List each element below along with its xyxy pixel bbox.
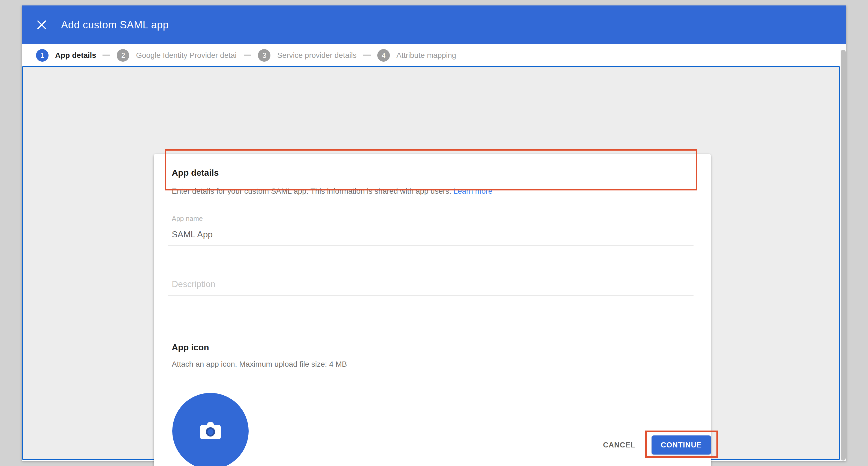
step-connector <box>244 55 252 56</box>
dialog-title: Add custom SAML app <box>61 19 169 31</box>
step-label: Attribute mapping <box>396 51 456 59</box>
step-number-badge: 2 <box>117 49 129 61</box>
app-icon-hint: Attach an app icon. Maximum upload file … <box>172 359 347 368</box>
app-icon-heading: App icon <box>172 343 209 352</box>
step-label: Service provider details <box>277 51 356 59</box>
dialog-content-area: App details Enter details for your custo… <box>22 66 840 460</box>
description-field <box>168 275 693 296</box>
step-number-badge: 4 <box>377 49 390 61</box>
dialog-titlebar: Add custom SAML app <box>22 5 846 44</box>
scrollbar-track[interactable] <box>840 44 846 461</box>
app-details-card: App details Enter details for your custo… <box>154 154 711 466</box>
stepper-step-service-provider-details[interactable]: 3 Service provider details <box>258 49 356 61</box>
add-saml-app-dialog: Add custom SAML app 1 App details 2 Goog… <box>22 5 846 461</box>
continue-button[interactable]: CONTINUE <box>652 435 711 455</box>
close-icon <box>37 20 46 29</box>
stepper: 1 App details 2 Google Identity Provider… <box>22 44 840 66</box>
step-number-badge: 1 <box>36 49 49 61</box>
app-name-input[interactable] <box>168 223 693 246</box>
scrollbar-thumb[interactable] <box>841 50 846 461</box>
step-connector <box>363 55 371 56</box>
step-label: App details <box>55 51 96 59</box>
step-connector <box>103 55 111 56</box>
close-button[interactable] <box>35 18 48 31</box>
camera-icon <box>199 421 222 441</box>
app-name-field: App name <box>168 215 693 246</box>
stepper-step-google-idp-details[interactable]: 2 Google Identity Provider details <box>117 49 238 61</box>
stepper-step-app-details[interactable]: 1 App details <box>36 49 96 61</box>
stepper-step-attribute-mapping[interactable]: 4 Attribute mapping <box>377 49 456 61</box>
intro-text: Enter details for your custom SAML app. … <box>172 186 452 195</box>
step-label: Google Identity Provider details <box>136 51 238 59</box>
description-input[interactable] <box>168 275 693 296</box>
card-heading: App details <box>172 168 219 178</box>
app-icon-upload-button[interactable] <box>172 393 249 466</box>
app-name-label: App name <box>168 215 693 223</box>
page: Add custom SAML app 1 App details 2 Goog… <box>0 0 868 466</box>
learn-more-link[interactable]: Learn more <box>453 186 492 195</box>
card-intro-text: Enter details for your custom SAML app. … <box>172 185 493 197</box>
cancel-button[interactable]: CANCEL <box>599 436 640 455</box>
step-number-badge: 3 <box>258 49 271 61</box>
